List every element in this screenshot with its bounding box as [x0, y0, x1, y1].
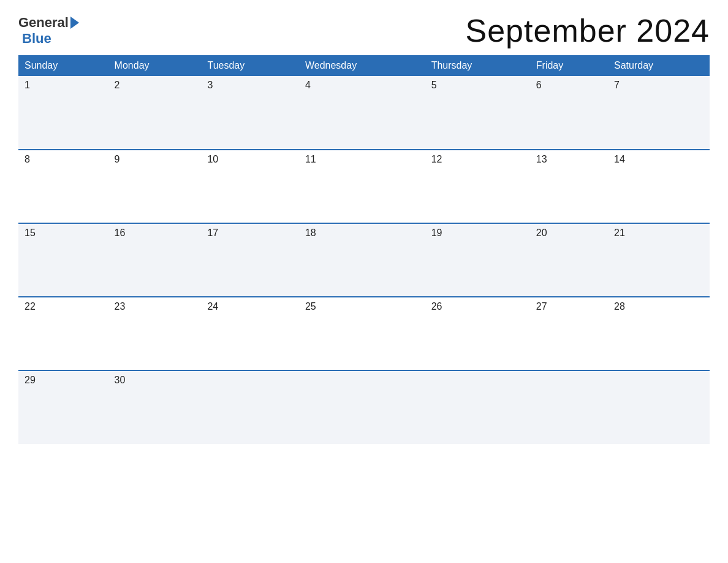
calendar-day-cell: [299, 370, 425, 444]
calendar-day-cell: [425, 370, 530, 444]
logo: General Blue: [18, 15, 80, 47]
day-number: 5: [431, 80, 524, 91]
day-number: 2: [115, 80, 195, 91]
calendar-day-cell: 25: [299, 297, 425, 370]
calendar-day-cell: 17: [201, 223, 298, 297]
day-number: 28: [614, 301, 703, 312]
header-wednesday: Wednesday: [299, 55, 425, 76]
day-number: 12: [431, 154, 524, 165]
day-number: 11: [305, 154, 419, 165]
calendar-week-row: 15161718192021: [18, 223, 710, 297]
page-header: General Blue September 2024: [18, 12, 710, 49]
day-number: 20: [536, 228, 602, 239]
calendar-day-cell: 7: [608, 76, 710, 150]
logo-general-text: General: [18, 15, 69, 31]
day-number: 25: [305, 301, 419, 312]
calendar-day-cell: 18: [299, 223, 425, 297]
calendar-day-cell: 8: [18, 150, 108, 223]
calendar-day-cell: 26: [425, 297, 530, 370]
calendar-day-cell: 6: [530, 76, 608, 150]
calendar-day-cell: 1: [18, 76, 108, 150]
day-number: 10: [207, 154, 292, 165]
logo-triangle-icon: [70, 17, 79, 29]
day-number: 23: [115, 301, 195, 312]
header-sunday: Sunday: [18, 55, 108, 76]
day-number: 14: [614, 154, 703, 165]
calendar-day-cell: 9: [108, 150, 202, 223]
day-number: 29: [25, 375, 102, 386]
calendar-day-cell: [201, 370, 298, 444]
calendar-table: Sunday Monday Tuesday Wednesday Thursday…: [18, 55, 710, 444]
header-tuesday: Tuesday: [201, 55, 298, 76]
calendar-day-cell: 3: [201, 76, 298, 150]
day-number: 8: [25, 154, 102, 165]
day-number: 21: [614, 228, 703, 239]
day-number: 6: [536, 80, 602, 91]
calendar-day-cell: 13: [530, 150, 608, 223]
month-title: September 2024: [466, 12, 710, 49]
day-number: 24: [207, 301, 292, 312]
logo-blue-text: Blue: [22, 31, 51, 46]
day-number: 15: [25, 228, 102, 239]
calendar-day-cell: [608, 370, 710, 444]
calendar-day-cell: 11: [299, 150, 425, 223]
calendar-day-cell: [530, 370, 608, 444]
calendar-day-cell: 12: [425, 150, 530, 223]
day-number: 13: [536, 154, 602, 165]
day-number: 18: [305, 228, 419, 239]
header-friday: Friday: [530, 55, 608, 76]
header-thursday: Thursday: [425, 55, 530, 76]
header-saturday: Saturday: [608, 55, 710, 76]
calendar-day-cell: 20: [530, 223, 608, 297]
day-number: 17: [207, 228, 292, 239]
calendar-day-cell: 5: [425, 76, 530, 150]
calendar-day-cell: 15: [18, 223, 108, 297]
day-number: 27: [536, 301, 602, 312]
calendar-week-row: 891011121314: [18, 150, 710, 223]
day-number: 30: [115, 375, 195, 386]
calendar-day-cell: 22: [18, 297, 108, 370]
day-number: 3: [207, 80, 292, 91]
day-number: 19: [431, 228, 524, 239]
calendar-day-cell: 19: [425, 223, 530, 297]
calendar-day-cell: 16: [108, 223, 202, 297]
calendar-day-cell: 23: [108, 297, 202, 370]
calendar-day-cell: 30: [108, 370, 202, 444]
calendar-day-cell: 10: [201, 150, 298, 223]
calendar-day-cell: 27: [530, 297, 608, 370]
day-number: 7: [614, 80, 703, 91]
calendar-day-cell: 2: [108, 76, 202, 150]
day-number: 26: [431, 301, 524, 312]
calendar-day-cell: 14: [608, 150, 710, 223]
header-monday: Monday: [108, 55, 202, 76]
calendar-week-row: 1234567: [18, 76, 710, 150]
calendar-day-cell: 28: [608, 297, 710, 370]
day-number: 9: [115, 154, 195, 165]
calendar-week-row: 2930: [18, 370, 710, 444]
calendar-day-cell: 4: [299, 76, 425, 150]
day-number: 16: [115, 228, 195, 239]
calendar-day-cell: 29: [18, 370, 108, 444]
calendar-header-row: Sunday Monday Tuesday Wednesday Thursday…: [18, 55, 710, 76]
calendar-week-row: 22232425262728: [18, 297, 710, 370]
calendar-day-cell: 24: [201, 297, 298, 370]
day-number: 1: [25, 80, 102, 91]
calendar-day-cell: 21: [608, 223, 710, 297]
day-number: 22: [25, 301, 102, 312]
day-number: 4: [305, 80, 419, 91]
